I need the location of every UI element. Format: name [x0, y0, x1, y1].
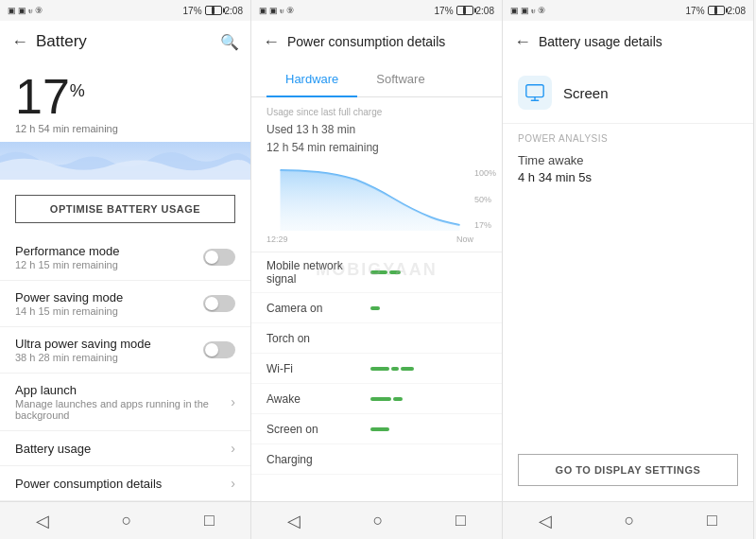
nav-recents-1[interactable]: □ [193, 507, 226, 534]
ultra-saving-title: Ultra power saving mode [15, 337, 203, 351]
nav-home-3[interactable]: ○ [613, 507, 646, 534]
data-icon: ᵾ [28, 6, 33, 16]
usage-line1: Used 13 h 38 min [266, 123, 355, 136]
sig-bar [389, 270, 401, 274]
wifi-bars [370, 367, 487, 371]
screen-icon-box [518, 76, 552, 110]
nav-recents-2[interactable]: □ [444, 507, 477, 534]
power-saving-title: Power saving mode [15, 290, 203, 304]
signal-row-screen: Screen on [251, 414, 502, 444]
panel-battery-usage-details: ▣ ▣ ᵾ ⑨ 17% 2:08 ← Battery usage details… [503, 0, 754, 539]
screen-on-label: Screen on [266, 423, 370, 436]
app-launch-subtitle: Manage launches and apps running in the … [15, 398, 227, 421]
extra-icon-3: ⑨ [538, 6, 545, 15]
battery-percent-status-2: 17% [435, 6, 454, 16]
battery-icon-3 [708, 6, 725, 15]
ultra-saving-toggle[interactable] [203, 341, 235, 358]
mobile-signal-label: Mobile network signal [266, 259, 370, 286]
signal-row-torch: Torch on [251, 323, 502, 354]
power-analysis-section: POWER ANALYSIS Time awake 4 h 34 min 5s [503, 124, 753, 446]
performance-mode-toggle[interactable] [203, 249, 235, 266]
back-button-2[interactable]: ← [263, 32, 280, 52]
power-consumption-item[interactable]: Power consumption details › [0, 466, 250, 501]
battery-number: 17 [15, 69, 70, 124]
panel-power-consumption: MOBIGYAAN ▣ ▣ ᵾ ⑨ 17% 2:08 ← Power consu… [251, 0, 503, 539]
sig-bar [370, 397, 391, 401]
power-consumption-chevron: › [231, 476, 235, 491]
nav-recents-3[interactable]: □ [696, 507, 729, 534]
signal-row-charging: Charging [251, 444, 502, 475]
sig-bar [370, 367, 389, 371]
battery-fill-2 [463, 7, 466, 14]
battery-icon [205, 6, 222, 15]
optimise-battery-button[interactable]: OPTIMISE BATTERY USAGE [15, 195, 235, 223]
awake-bars [370, 397, 487, 401]
topbar-details: ← Battery usage details [503, 21, 753, 62]
sig-bar [391, 367, 399, 371]
sim-icon-2: ▣ [259, 6, 267, 15]
screen-detail-row: Screen [503, 62, 753, 124]
chart-label-100: 100% [474, 168, 496, 178]
topbar-power: ← Power consumption details [251, 21, 502, 62]
nav-back-3[interactable]: ◁ [527, 507, 563, 535]
chart-label-17: 17% [474, 220, 496, 230]
signal-section: Mobile network signal Camera on Torch on… [251, 252, 502, 501]
status-right-icons-2: 17% 2:08 [435, 6, 494, 16]
camera-bars [370, 306, 487, 310]
bottom-nav-3: ◁ ○ □ [503, 501, 753, 539]
app-launch-chevron: › [231, 394, 235, 409]
topbar-battery: ← Battery 🔍 [0, 21, 250, 62]
tab-software[interactable]: Software [357, 62, 443, 97]
awake-label: Awake [266, 392, 370, 406]
screen-icon-svg [524, 82, 545, 103]
status-right-icons-3: 17% 2:08 [686, 6, 746, 16]
nav-back-2[interactable]: ◁ [276, 507, 312, 535]
battery-usage-item[interactable]: Battery usage › [0, 431, 250, 466]
wave-svg [0, 142, 250, 180]
ultra-saving-item[interactable]: Ultra power saving mode 38 h 28 min rema… [0, 327, 250, 374]
status-left-icons-2: ▣ ▣ ᵾ ⑨ [259, 6, 294, 16]
nav-home-1[interactable]: ○ [111, 507, 144, 534]
sig-bar [370, 427, 389, 431]
battery-remaining-text: 12 h 54 min remaining [0, 121, 250, 142]
go-display-settings-button[interactable]: GO TO DISPLAY SETTINGS [518, 454, 738, 486]
time-status-3: 2:08 [728, 6, 746, 16]
screen-label: Screen [563, 85, 609, 101]
nav-back-1[interactable]: ◁ [25, 507, 60, 535]
power-saving-subtitle: 14 h 15 min remaining [15, 305, 203, 317]
tab-hardware[interactable]: Hardware [266, 62, 357, 97]
wifi-label: Wi-Fi [266, 362, 370, 375]
signal-icon-3: ▣ [521, 6, 529, 15]
sig-bar [370, 306, 380, 310]
signal-icon: ▣ [18, 6, 26, 15]
back-button-3[interactable]: ← [514, 32, 531, 52]
battery-wave [0, 142, 250, 180]
time-status-2: 2:08 [476, 6, 494, 16]
power-saving-toggle[interactable] [203, 295, 235, 312]
power-saving-item[interactable]: Power saving mode 14 h 15 min remaining [0, 281, 250, 327]
usage-label: Usage since last full charge [266, 107, 487, 117]
app-launch-item[interactable]: App launch Manage launches and apps runn… [0, 374, 250, 431]
page-title: Battery [36, 32, 220, 51]
chart-end-label: Now [456, 235, 473, 244]
nav-home-2[interactable]: ○ [362, 507, 395, 534]
battery-icon-2 [456, 6, 473, 15]
page-title-3: Battery usage details [539, 34, 742, 49]
back-button[interactable]: ← [11, 32, 28, 52]
time-status: 2:08 [225, 6, 243, 16]
status-bar-2: ▣ ▣ ᵾ ⑨ 17% 2:08 [251, 0, 502, 21]
chart-x-labels: 12:29 Now [266, 235, 473, 244]
mobile-signal-bars [370, 270, 487, 274]
extra-icon: ⑨ [35, 6, 43, 15]
performance-mode-item[interactable]: Performance mode 12 h 15 min remaining [0, 235, 250, 281]
svg-rect-0 [526, 85, 543, 97]
analysis-item-title: Time awake [518, 153, 738, 167]
performance-mode-subtitle: 12 h 15 min remaining [15, 259, 203, 270]
search-button[interactable]: 🔍 [220, 33, 239, 51]
status-left-icons-3: ▣ ▣ ᵾ ⑨ [510, 6, 545, 16]
data-icon-2: ᵾ [280, 6, 284, 16]
signal-row-awake: Awake [251, 384, 502, 414]
performance-mode-title: Performance mode [15, 244, 203, 258]
bottom-nav-1: ◁ ○ □ [0, 501, 250, 539]
power-analysis-heading: POWER ANALYSIS [518, 133, 738, 144]
